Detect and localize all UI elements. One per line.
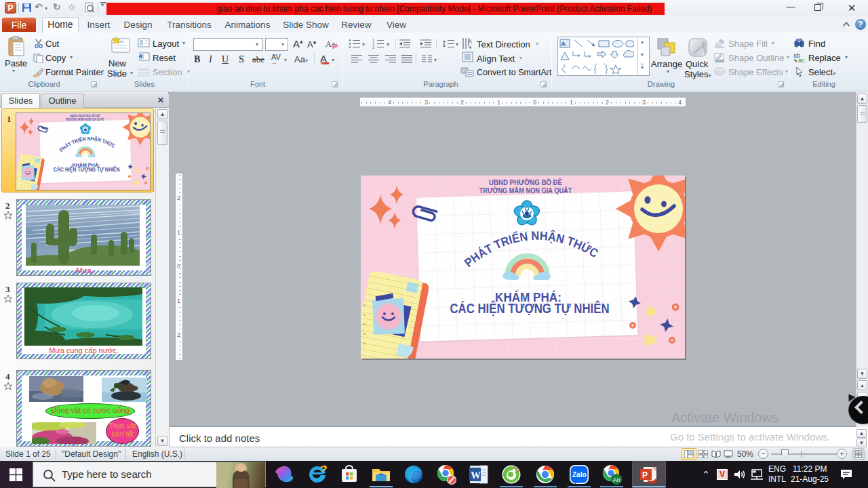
svg-text:Zalo: Zalo bbox=[572, 471, 587, 479]
svg-text:ac: ac bbox=[798, 57, 805, 63]
svg-text:W: W bbox=[471, 470, 481, 481]
svg-text:3: 3 bbox=[372, 45, 374, 49]
svg-text:A: A bbox=[468, 38, 472, 45]
svg-text:P: P bbox=[642, 470, 648, 480]
svg-text:An: An bbox=[613, 476, 620, 483]
svg-text:A: A bbox=[561, 41, 566, 47]
